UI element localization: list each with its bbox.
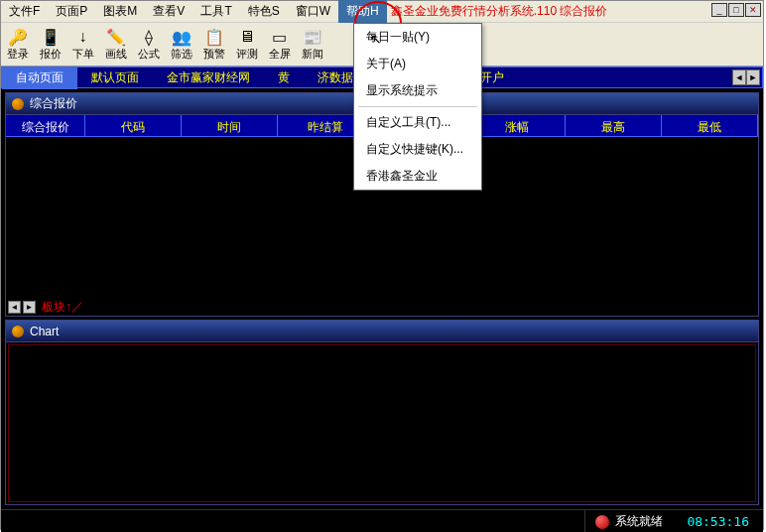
tool-icon: 👥 — [172, 27, 192, 47]
status-indicator-icon — [595, 515, 609, 529]
window-controls: _ □ ✕ — [711, 3, 761, 17]
nav-tab-0[interactable]: 自动页面 — [2, 66, 77, 89]
nav-tab-1[interactable]: 默认页面 — [77, 66, 153, 89]
chart-panel: Chart — [5, 320, 759, 505]
minimize-button[interactable]: _ — [711, 3, 727, 17]
tool-icon: 🖥 — [239, 27, 255, 47]
window-title: 鑫圣金业免费行情分析系统.110 综合报价 — [391, 3, 608, 20]
nav-tab-2[interactable]: 金市赢家财经网 — [153, 66, 264, 89]
column-header[interactable]: 代码 — [85, 115, 182, 136]
tool-icon: 📱 — [41, 27, 61, 47]
menu-帮助H[interactable]: 帮助H — [338, 0, 387, 23]
tool-报价[interactable]: 📱报价 — [34, 23, 66, 66]
footer-right-arrow[interactable]: ► — [23, 301, 36, 314]
help-dropdown-menu: 每日一贴(Y)关于(A)显示系统提示自定义工具(T)...自定义快捷键(K)..… — [353, 23, 482, 191]
column-header[interactable]: 时间 — [182, 115, 278, 136]
tool-icon: ↓ — [79, 27, 87, 47]
menu-工具T[interactable]: 工具T — [192, 0, 239, 23]
tool-登录[interactable]: 🔑登录 — [1, 23, 34, 66]
chart-panel-header: Chart — [6, 321, 758, 342]
tool-评测[interactable]: 🖥评测 — [230, 23, 263, 66]
tool-全屏[interactable]: ▭全屏 — [263, 23, 296, 66]
tool-画线[interactable]: ✏️画线 — [99, 23, 132, 66]
statusbar: 系统就绪 08:53:16 — [1, 509, 763, 532]
menu-查看V[interactable]: 查看V — [145, 0, 192, 23]
menu-separator — [358, 106, 477, 107]
status-time: 08:53:16 — [673, 514, 763, 529]
tool-筛选[interactable]: 👥筛选 — [165, 23, 197, 66]
tool-下单[interactable]: ↓下单 — [66, 23, 99, 66]
tool-icon: ▭ — [272, 27, 287, 47]
dropdown-item[interactable]: 关于(A) — [354, 51, 481, 77]
dropdown-item[interactable]: 自定义快捷键(K)... — [354, 136, 481, 163]
status-text: 系统就绪 — [615, 513, 663, 530]
dropdown-item[interactable]: 每日一贴(Y) — [354, 24, 481, 51]
tool-新闻[interactable]: 📰新闻 — [296, 23, 328, 66]
panel-icon — [12, 326, 24, 337]
nav-left-arrow[interactable]: ◄ — [732, 69, 746, 85]
menu-窗口W[interactable]: 窗口W — [288, 0, 338, 23]
nav-tab-3[interactable]: 黄 — [264, 66, 304, 89]
menu-图表M[interactable]: 图表M — [95, 0, 145, 23]
quote-panel-title: 综合报价 — [30, 95, 77, 112]
footer-text: 板块↑／ — [42, 299, 83, 316]
maximize-button[interactable]: □ — [728, 3, 744, 17]
close-button[interactable]: ✕ — [745, 3, 761, 17]
status-ready: 系统就绪 — [585, 513, 673, 530]
tool-icon: 📰 — [303, 27, 322, 47]
dropdown-item[interactable]: 显示系统提示 — [354, 77, 481, 104]
chart-body — [8, 344, 756, 502]
column-header[interactable]: 最高 — [566, 115, 662, 136]
column-header[interactable]: 最低 — [662, 115, 758, 136]
quote-panel-footer: ◄ ► 板块↑／ — [6, 298, 758, 316]
tool-icon: ⟠ — [145, 27, 153, 47]
chart-panel-title: Chart — [30, 325, 59, 338]
nav-right-arrow[interactable]: ► — [746, 69, 760, 85]
menubar: 文件F页面P图表M查看V工具T特色S窗口W帮助H 鑫圣金业免费行情分析系统.11… — [1, 1, 763, 23]
tool-icon: 🔑 — [8, 27, 28, 47]
menu-页面P[interactable]: 页面P — [48, 0, 95, 23]
menu-特色S[interactable]: 特色S — [240, 0, 288, 23]
dropdown-item[interactable]: 香港鑫圣金业 — [354, 163, 481, 190]
column-header[interactable]: 涨幅 — [469, 115, 566, 136]
column-header[interactable]: 综合报价 — [6, 115, 85, 136]
footer-left-arrow[interactable]: ◄ — [8, 301, 21, 314]
main-window: ↖ 文件F页面P图表M查看V工具T特色S窗口W帮助H 鑫圣金业免费行情分析系统.… — [0, 0, 764, 530]
tool-icon: 📋 — [204, 27, 224, 47]
menu-文件F[interactable]: 文件F — [1, 0, 48, 23]
tool-icon: ✏️ — [106, 27, 126, 47]
panel-icon — [12, 98, 24, 110]
tool-公式[interactable]: ⟠公式 — [132, 23, 165, 66]
dropdown-item[interactable]: 自定义工具(T)... — [354, 109, 481, 136]
tool-预警[interactable]: 📋预警 — [197, 23, 230, 66]
